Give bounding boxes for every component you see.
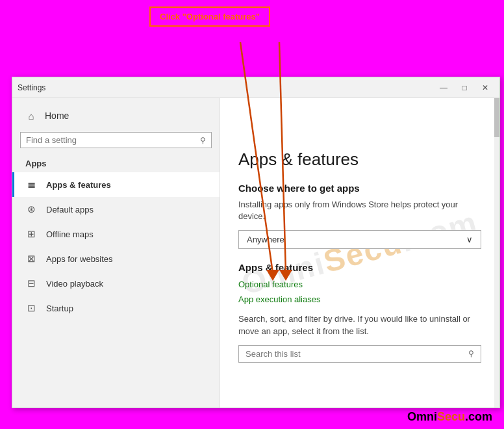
scrollbar-track[interactable]: [494, 98, 499, 408]
search-list-input[interactable]: [246, 349, 468, 359]
apps-features-heading: Apps & features: [238, 262, 481, 273]
sidebar-item-offline-maps[interactable]: ⊞ Offline maps: [12, 222, 220, 246]
footer-domain: .com: [465, 410, 492, 423]
sidebar-item-video-playback[interactable]: ⊟ Video playback: [12, 271, 220, 296]
app-execution-link[interactable]: App execution aliases: [238, 294, 481, 304]
home-icon: ⌂: [25, 110, 37, 122]
choose-desc: Installing apps only from Windows Store …: [238, 199, 481, 222]
sidebar-item-apps-features[interactable]: ≣ Apps & features: [12, 172, 220, 197]
chevron-down-icon: ∨: [466, 235, 473, 244]
sidebar-item-label-default-apps: Default apps: [46, 205, 94, 214]
sidebar-item-startup[interactable]: ⊡ Startup: [12, 296, 220, 320]
sidebar-item-label-apps-features: Apps & features: [46, 180, 111, 190]
apps-features-icon: ≣: [25, 179, 37, 190]
sidebar-search[interactable]: ⚲: [20, 132, 212, 148]
window-controls: — □ ✕: [435, 81, 494, 94]
settings-window: Settings — □ ✕ ⌂ Home ⚲ Apps ≣: [12, 77, 500, 408]
sidebar-item-label-startup: Startup: [46, 304, 73, 313]
default-apps-icon: ⊛: [25, 203, 37, 215]
sidebar-item-apps-websites[interactable]: ⊠ Apps for websites: [12, 246, 220, 271]
footer-secu: Secu: [437, 410, 465, 423]
sidebar-item-home[interactable]: ⌂ Home: [12, 103, 220, 128]
maximize-button[interactable]: □: [455, 81, 473, 94]
search-filter-desc: Search, sort, and filter by drive. If yo…: [238, 313, 481, 337]
startup-icon: ⊡: [25, 302, 37, 314]
choose-heading: Choose where to get apps: [238, 183, 481, 194]
page-title: Apps & features: [238, 150, 481, 170]
tooltip-text: Click "Optional features": [160, 12, 260, 21]
search-list-icon: ⚲: [468, 349, 474, 358]
sidebar-item-default-apps[interactable]: ⊛ Default apps: [12, 197, 220, 222]
offline-maps-icon: ⊞: [25, 228, 37, 240]
close-button[interactable]: ✕: [476, 81, 494, 94]
video-playback-icon: ⊟: [25, 278, 37, 289]
title-bar: Settings — □ ✕: [12, 77, 499, 98]
sidebar-search-input[interactable]: [26, 135, 200, 145]
sidebar-home-label: Home: [45, 110, 69, 121]
minimize-button[interactable]: —: [435, 81, 453, 94]
sidebar-search-icon: ⚲: [200, 136, 206, 145]
sidebar-item-label-apps-websites: Apps for websites: [46, 254, 113, 264]
tooltip-box: Click "Optional features": [149, 6, 270, 27]
main-content: OmniSecu.com Apps & features Choose wher…: [220, 98, 499, 408]
window-title: Settings: [18, 83, 435, 92]
omnisecu-footer: OmniSecu.com: [407, 410, 492, 424]
sidebar-item-label-video-playback: Video playback: [46, 279, 103, 289]
sidebar: ⌂ Home ⚲ Apps ≣ Apps & features ⊛ Defaul…: [12, 98, 220, 408]
watermark-omni: Omni: [238, 246, 329, 301]
footer-omni: Omni: [407, 410, 437, 423]
apps-websites-icon: ⊠: [25, 253, 37, 265]
optional-features-link[interactable]: Optional features: [238, 280, 481, 289]
search-this-list[interactable]: ⚲: [238, 345, 481, 363]
window-body: ⌂ Home ⚲ Apps ≣ Apps & features ⊛ Defaul…: [12, 98, 499, 408]
anywhere-dropdown[interactable]: Anywhere ∨: [238, 230, 481, 249]
sidebar-section-label: Apps: [12, 156, 220, 172]
scrollbar-thumb[interactable]: [494, 98, 499, 137]
sidebar-item-label-offline-maps: Offline maps: [46, 229, 94, 239]
dropdown-value: Anywhere: [247, 235, 284, 244]
